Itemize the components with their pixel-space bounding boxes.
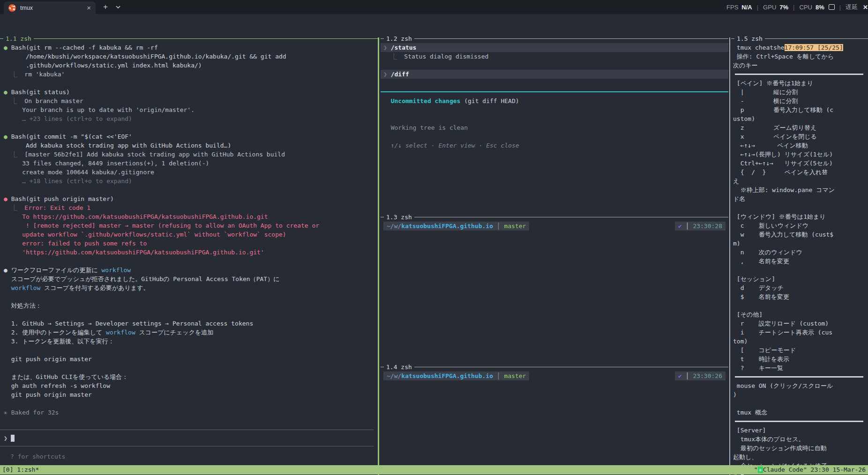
stat-value: 8% <box>816 4 824 11</box>
text-segment: … +18 lines (ctrl+o to expand) <box>4 178 132 185</box>
tab-close-icon[interactable]: × <box>87 4 91 12</box>
text-segment: ~/w/ <box>387 223 401 230</box>
text-segment: | 縦に分割 <box>733 89 798 96</box>
terminal-line: ⎿ rm 'kabuka' <box>0 70 378 79</box>
terminal-line <box>0 186 378 194</box>
terminal-line: 操作: Ctrl+Space を離してから <box>731 52 868 61</box>
stat-value: 7% <box>779 4 788 11</box>
text-segment: .github/workflows/static.yml index.html … <box>4 62 202 69</box>
pane-border-rule <box>34 38 378 39</box>
text-segment: 2. 使用中のトークンを編集して <box>4 329 106 336</box>
terminal-line: git push origin master <box>0 355 378 364</box>
terminal-line: ⎿ [master 56b2fe1] Add kabuka stock trad… <box>0 150 378 159</box>
text-segment: master <box>504 223 526 230</box>
prompt-left-block: ~/w/katsuobushiFPGA.github.io │ master <box>383 222 529 230</box>
text-segment: $ 名前を変更 <box>733 293 789 300</box>
text-segment: 最初のセッション作成時に自動 <box>733 445 827 452</box>
prompt-left-block: ~/w/katsuobushiFPGA.github.io │ master <box>383 371 529 380</box>
tab-tmux[interactable]: tmux × <box>4 1 96 14</box>
text-segment: workflow <box>11 284 41 291</box>
terminal-line: Ctrl+←↑↓→ リサイズ(5セル) <box>731 159 868 168</box>
text-segment: p 番号入力して移動 (c <box>733 106 833 113</box>
pane-1-1-claude-code[interactable]: 1.1 zsh ● Bash(git rm --cached -f kabuka… <box>0 34 378 475</box>
prompt-right-block: ✔ │ 23:30:26 <box>675 371 726 380</box>
text-segment: スコープが必要でプッシュが拒否されました。GitHubの Personal Ac… <box>4 275 279 282</box>
terminal-line: Working tree is clean <box>381 123 728 132</box>
pane-border-vertical-active[interactable] <box>378 37 379 475</box>
terminal-line: 対処方法： <box>0 301 378 310</box>
new-tab-button[interactable]: + <box>103 1 108 13</box>
text-segment: rm 'kabuka' <box>24 71 65 78</box>
terminal-line: ● Bash(git commit -m "$(cat <<'EOF' <box>0 132 378 141</box>
terminal-line <box>731 372 868 381</box>
status-right-quote: " <box>754 466 758 473</box>
text-segment: ⎿ <box>383 53 404 60</box>
terminal-line: ? キー一覧 <box>731 364 868 372</box>
tab-dropdown-chevron-icon[interactable] <box>115 5 121 9</box>
terminal-line <box>381 105 728 114</box>
text-segment: [セッション] <box>733 275 775 282</box>
pane-1-2-zsh[interactable]: 1.2 zsh ❯ /status ⎿ Status dialog dismis… <box>381 34 728 213</box>
text-segment: git push origin master <box>4 391 92 398</box>
terminal-line: 3. トークンを更新後、以下を実行： <box>0 337 378 346</box>
terminal-line <box>381 132 728 141</box>
text-cursor <box>11 435 15 442</box>
pane-1-4-content: ~/w/katsuobushiFPGA.github.io │ master✔ … <box>381 371 728 380</box>
claude-input-box[interactable]: ❯ <box>0 430 374 446</box>
text-segment: (git diff HEAD) <box>460 97 519 104</box>
terminal-line: d デタッチ <box>731 283 868 292</box>
stat-value: N/A <box>741 4 752 11</box>
pane-title-label: 1.4 zsh <box>384 363 414 371</box>
divider-line <box>381 91 728 92</box>
text-segment: 操作: Ctrl+Space を離してから <box>733 53 834 60</box>
pane-1-4-zsh[interactable]: 1.4 zsh ~/w/katsuobushiFPGA.github.io │ … <box>381 363 728 475</box>
claude-code-icon: ✳ <box>758 467 763 473</box>
text-segment: Bash(git rm --cached -f kabuka && rm -rf <box>7 44 158 51</box>
terminal-line: [セッション] <box>731 275 868 283</box>
pane-1-5-content: tmux cheatshe17:09:57 [25/25] 操作: Ctrl+S… <box>731 43 868 475</box>
text-segment: mouse ON (クリック/スクロール <box>733 382 833 389</box>
terminal-line: … +23 lines (ctrl+o to expand) <box>0 114 378 123</box>
pane-title-label: 1.1 zsh <box>3 34 34 43</box>
terminal-line: ※枠上部: window.pane コマン <box>731 186 868 194</box>
text-segment: [Server] <box>733 427 766 434</box>
terminal-line: tmux cheatshe17:09:57 [25/25] <box>731 43 868 52</box>
terminal-line: … +18 lines (ctrl+o to expand) <box>0 177 378 186</box>
text-segment: Your branch is up to date with 'origin/m… <box>4 106 195 113</box>
text-segment: Working tree is clean <box>383 124 468 131</box>
terminal-line <box>731 417 868 426</box>
text-segment: Add kabuka stock trading app with GitHub… <box>4 142 231 149</box>
text-segment: ) <box>733 391 737 398</box>
terminal-line: Uncommitted changes (git diff HEAD) <box>381 96 728 105</box>
pane-border-vertical[interactable] <box>729 37 730 475</box>
terminal-line: 33 files changed, 8449 insertions(+), 1 … <box>0 159 378 168</box>
text-segment: master <box>504 372 526 379</box>
pane-1-3-zsh[interactable]: 1.3 zsh ~/w/katsuobushiFPGA.github.io │ … <box>381 213 728 363</box>
terminal-line: [ コピーモード <box>731 346 868 355</box>
text-segment: ✳ Baked for 32s <box>4 409 59 416</box>
terminal-line: 'https://github.com/katsuobushiFPGA/kats… <box>0 248 378 257</box>
text-segment: tmux本体のプロセス。 <box>733 436 804 443</box>
status-window-list[interactable]: [0] 1:zsh* <box>2 465 39 475</box>
pane-1-5-cheatsheet[interactable]: 1.5 zsh tmux cheatshe17:09:57 [25/25] 操作… <box>731 34 868 475</box>
terminal-line: | 縦に分割 <box>731 88 868 96</box>
pane-border-rule <box>381 367 384 367</box>
text-segment: katsuobushiFPGA.github.io <box>401 372 493 379</box>
terminal-line: 最初のセッション作成時に自動 <box>731 444 868 453</box>
text-segment: ustom) <box>733 115 755 122</box>
terminal-line: tmux本体のプロセス。 <box>731 435 868 444</box>
tmux-status-bar: [0] 1:zsh* "✳Claude Code" 23:30 15-Mar-2… <box>0 465 868 475</box>
prompt-right-block: ✔ │ 23:30:28 <box>675 222 726 230</box>
terminal-line: ✳ Baked for 32s <box>0 408 378 417</box>
terminal-line: ⎿ Error: Exit code 1 <box>0 203 378 212</box>
pane-border-rule <box>381 217 384 217</box>
text-segment: 次のキー <box>733 62 758 69</box>
terminal-line: - 横に分割 <box>731 96 868 105</box>
text-segment: Bash(git commit -m "$(cat <<'EOF' <box>7 133 132 140</box>
terminal-line <box>0 399 378 408</box>
terminal-line <box>731 399 868 408</box>
terminal-line <box>731 203 868 212</box>
text-segment: ⎿ <box>4 151 24 158</box>
terminal-line: ustom) <box>731 114 868 123</box>
pane-title-1-5: 1.5 zsh <box>731 34 868 43</box>
